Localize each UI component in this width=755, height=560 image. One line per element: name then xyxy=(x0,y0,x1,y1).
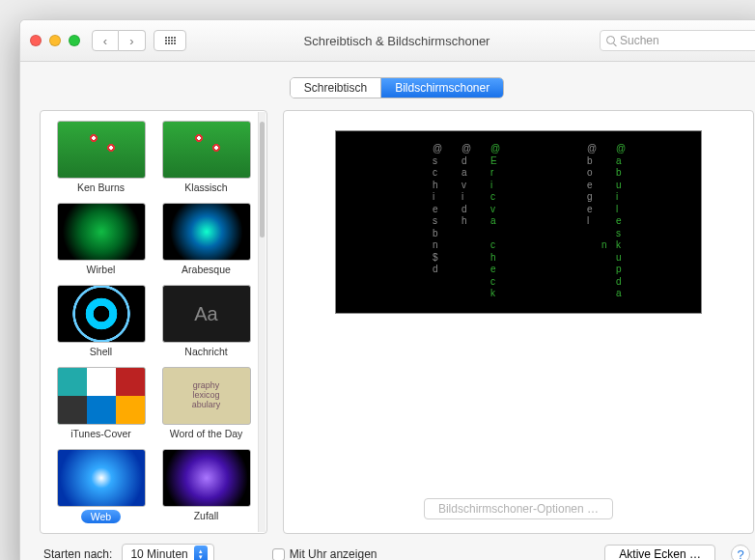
show-all-button[interactable] xyxy=(154,30,186,51)
content: Schreibtisch Bildschirmschoner Ken Burns… xyxy=(20,62,755,560)
list-item-label: Word of the Day xyxy=(170,428,243,439)
list-item[interactable]: Shell xyxy=(52,285,150,357)
list-item[interactable]: Zufall xyxy=(157,449,255,523)
nav-buttons: ‹ › xyxy=(92,30,146,51)
list-item-label: Zufall xyxy=(194,510,219,521)
thumb-ken-burns xyxy=(57,121,146,179)
list-item-label: Nachricht xyxy=(184,346,227,357)
show-clock-checkbox[interactable]: Mit Uhr anzeigen xyxy=(272,547,378,560)
zoom-icon[interactable] xyxy=(69,35,80,46)
list-item[interactable]: Wirbel xyxy=(52,203,150,275)
list-item[interactable]: graphy lexicog abulary Word of the Day xyxy=(157,367,255,439)
thumb-arabesque xyxy=(162,203,251,261)
tab-group: Schreibtisch Bildschirmschoner xyxy=(290,77,504,98)
checkbox-label: Mit Uhr anzeigen xyxy=(290,547,378,560)
start-after-select[interactable]: 10 Minuten ▲▼ xyxy=(122,544,213,560)
chevron-left-icon: ‹ xyxy=(103,34,107,48)
thumb-wirbel xyxy=(57,203,146,261)
thumb-shell xyxy=(57,285,146,343)
list-item[interactable]: Web xyxy=(52,449,150,523)
minimize-icon[interactable] xyxy=(49,35,61,46)
list-item-label: Wirbel xyxy=(87,264,116,275)
scrollbar[interactable] xyxy=(258,112,266,532)
help-button[interactable]: ? xyxy=(731,545,750,560)
msg-text: Aa xyxy=(194,303,217,325)
list-item[interactable]: Ken Burns xyxy=(52,121,150,193)
hot-corners-button[interactable]: Aktive Ecken … xyxy=(604,545,715,560)
list-item[interactable]: Arabesque xyxy=(157,203,255,275)
preview-panel: @schiesbn$d@davidh@Ericva check@boegel n… xyxy=(283,110,754,534)
checkbox-icon xyxy=(272,548,285,561)
search-icon xyxy=(606,36,616,45)
search-placeholder: Suchen xyxy=(620,34,659,47)
list-item-label: Klassisch xyxy=(184,182,227,193)
bottom-bar: Starten nach: 10 Minuten ▲▼ Mit Uhr anze… xyxy=(40,534,754,560)
screensaver-options-button[interactable]: Bildschirmschoner-Optionen … xyxy=(424,498,613,519)
tab-screensaver[interactable]: Bildschirmschoner xyxy=(380,78,503,98)
window-title: Schreibtisch & Bildschirmschoner xyxy=(304,34,490,48)
panels: Ken Burns Klassisch Wirbel Arabesque xyxy=(40,110,754,534)
titlebar: ‹ › Schreibtisch & Bildschirmschoner Suc… xyxy=(20,20,755,62)
thumb-klassisch xyxy=(162,121,251,179)
thumb-nachricht: Aa xyxy=(162,285,251,343)
select-value: 10 Minuten xyxy=(130,547,187,560)
thumb-itunes xyxy=(57,367,146,425)
thumb-web xyxy=(57,449,146,507)
start-after-label: Starten nach: xyxy=(43,547,112,560)
forward-button[interactable]: › xyxy=(119,30,146,51)
close-icon[interactable] xyxy=(30,35,42,46)
list-item-label-selected: Web xyxy=(81,510,121,523)
list-item[interactable]: Klassisch xyxy=(157,121,255,193)
scrollbar-thumb-icon[interactable] xyxy=(260,122,265,238)
list-item[interactable]: iTunes-Cover xyxy=(52,367,150,439)
screensaver-preview: @schiesbn$d@davidh@Ericva check@boegel n… xyxy=(335,130,702,314)
list-item[interactable]: Aa Nachricht xyxy=(157,285,255,357)
back-button[interactable]: ‹ xyxy=(92,30,119,51)
screensaver-list[interactable]: Ken Burns Klassisch Wirbel Arabesque xyxy=(40,110,267,534)
chevron-right-icon: › xyxy=(129,34,133,48)
tab-desktop[interactable]: Schreibtisch xyxy=(291,78,380,98)
prefs-window: ‹ › Schreibtisch & Bildschirmschoner Suc… xyxy=(19,19,755,560)
list-item-label: iTunes-Cover xyxy=(70,428,131,439)
list-item-label: Shell xyxy=(90,346,112,357)
help-icon: ? xyxy=(737,547,743,561)
list-item-label: Arabesque xyxy=(182,264,231,275)
thumb-word: graphy lexicog abulary xyxy=(162,367,251,425)
thumb-zufall xyxy=(162,449,251,507)
window-controls xyxy=(30,35,80,46)
stepper-arrows-icon: ▲▼ xyxy=(194,546,208,560)
list-item-label: Ken Burns xyxy=(77,182,125,193)
grid-icon xyxy=(165,37,176,44)
search-input[interactable]: Suchen xyxy=(600,30,755,51)
